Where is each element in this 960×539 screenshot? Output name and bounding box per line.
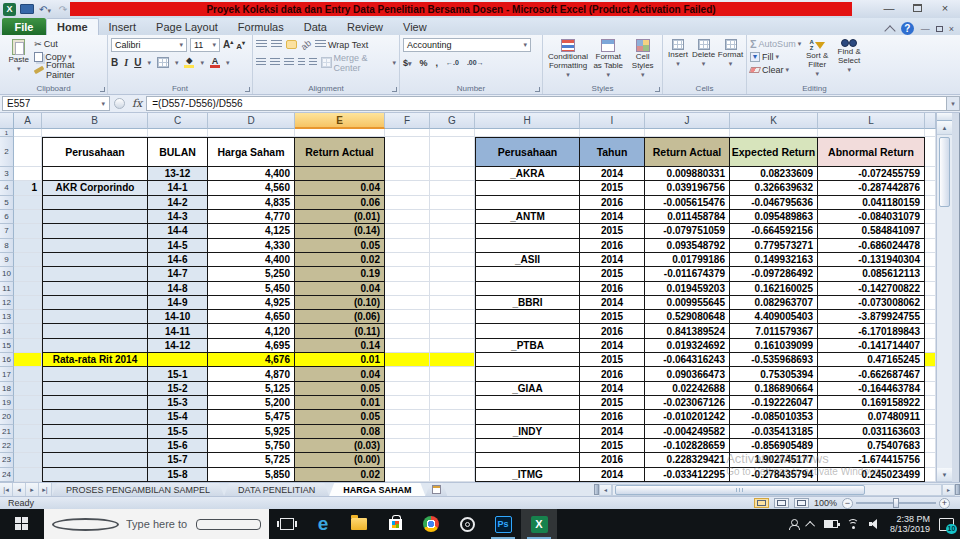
cell-H23[interactable] — [475, 453, 580, 467]
cell-A13[interactable] — [14, 310, 42, 324]
notification-icon[interactable]: 10 — [939, 518, 954, 531]
cell-A3[interactable] — [14, 167, 42, 181]
cell-J16[interactable]: -0.064316243 — [645, 353, 730, 367]
cell-G11[interactable] — [430, 282, 475, 296]
column-header-F[interactable]: F — [385, 113, 430, 129]
cell-A6[interactable] — [14, 210, 42, 224]
cell-C8[interactable]: 14-5 — [148, 239, 208, 253]
cell-M20[interactable] — [925, 410, 936, 424]
cell-L7[interactable]: 0.584841097 — [818, 224, 925, 238]
cell-F6[interactable] — [385, 210, 430, 224]
cell-J6[interactable]: 0.011458784 — [645, 210, 730, 224]
cell-J21[interactable]: -0.004249582 — [645, 425, 730, 439]
cell-H9[interactable]: _ASII — [475, 253, 580, 267]
cell-D18[interactable]: 5,125 — [208, 382, 295, 396]
zoom-in-icon[interactable]: + — [939, 498, 950, 509]
cell-G1[interactable] — [430, 129, 475, 137]
cell-J15[interactable]: 0.019324692 — [645, 339, 730, 353]
tab-home[interactable]: Home — [46, 18, 99, 35]
cell-G18[interactable] — [430, 382, 475, 396]
cell-E6[interactable]: (0.01) — [295, 210, 385, 224]
cell-J3[interactable]: 0.009880331 — [645, 167, 730, 181]
cell-E13[interactable]: (0.06) — [295, 310, 385, 324]
cell-H7[interactable] — [475, 224, 580, 238]
show-hidden-icons-icon[interactable] — [805, 520, 815, 530]
cell-D6[interactable]: 4,770 — [208, 210, 295, 224]
cell-B11[interactable] — [42, 282, 148, 296]
cell-C19[interactable]: 15-3 — [148, 396, 208, 410]
cell-G19[interactable] — [430, 396, 475, 410]
cell-B7[interactable] — [42, 224, 148, 238]
cell-L11[interactable]: -0.142700822 — [818, 282, 925, 296]
tab-insert[interactable]: Insert — [99, 18, 147, 35]
excel-taskbar-button[interactable]: X — [521, 509, 557, 539]
column-header-L[interactable]: L — [818, 113, 925, 129]
sort-filter-button[interactable]: AZ Sort & Filter▾ — [801, 37, 833, 82]
page-layout-view-button[interactable] — [774, 498, 789, 508]
comma-style-icon[interactable]: , — [436, 58, 439, 68]
cell-L19[interactable]: 0.169158922 — [818, 396, 925, 410]
cell-A15[interactable] — [14, 339, 42, 353]
cell-F13[interactable] — [385, 310, 430, 324]
cell-M14[interactable] — [925, 324, 936, 338]
cell-I3[interactable]: 2014 — [580, 167, 645, 181]
workbook-restore-button[interactable] — [936, 26, 943, 32]
cell-M1[interactable] — [925, 129, 936, 137]
cell-K19[interactable]: -0.192226047 — [730, 396, 818, 410]
cell-I7[interactable]: 2015 — [580, 224, 645, 238]
cell-G20[interactable] — [430, 410, 475, 424]
cell-E12[interactable]: (0.10) — [295, 296, 385, 310]
row-header-16[interactable]: 16 — [0, 353, 14, 367]
cell-I4[interactable]: 2015 — [580, 181, 645, 195]
cell-J7[interactable]: -0.079751059 — [645, 224, 730, 238]
row-header-22[interactable]: 22 — [0, 439, 14, 453]
styles-dialog-launcher-icon[interactable] — [655, 87, 660, 92]
cell-J4[interactable]: 0.039196756 — [645, 181, 730, 195]
cell-I19[interactable]: 2015 — [580, 396, 645, 410]
cell-I5[interactable]: 2016 — [580, 196, 645, 210]
cell-F24[interactable] — [385, 468, 430, 482]
column-header-G[interactable]: G — [430, 113, 475, 129]
cell-F20[interactable] — [385, 410, 430, 424]
cell-D16[interactable]: 4,676 — [208, 353, 295, 367]
cell-C4[interactable]: 14-1 — [148, 181, 208, 195]
cell-D10[interactable]: 5,250 — [208, 267, 295, 281]
cell-B3[interactable] — [42, 167, 148, 181]
cell-E11[interactable]: 0.04 — [295, 282, 385, 296]
number-format-select[interactable]: Accounting▾ — [403, 38, 531, 52]
cell-I10[interactable]: 2015 — [580, 267, 645, 281]
font-size-select[interactable]: 11▾ — [190, 38, 220, 52]
cell-K4[interactable]: 0.326639632 — [730, 181, 818, 195]
cell-E5[interactable]: 0.06 — [295, 196, 385, 210]
row-header-19[interactable]: 19 — [0, 396, 14, 410]
cell-F23[interactable] — [385, 453, 430, 467]
cell-L17[interactable]: -0.662687467 — [818, 367, 925, 381]
save-icon[interactable] — [20, 4, 34, 14]
cell-D4[interactable]: 4,560 — [208, 181, 295, 195]
cell-F11[interactable] — [385, 282, 430, 296]
name-box[interactable]: E557▾ — [2, 96, 110, 111]
cell-M15[interactable] — [925, 339, 936, 353]
window-split-handle[interactable] — [955, 484, 960, 495]
percent-style-icon[interactable]: % — [420, 58, 428, 68]
cell-I24[interactable]: 2014 — [580, 468, 645, 482]
accounting-format-icon[interactable]: $▾ — [403, 58, 412, 68]
row-header-11[interactable]: 11 — [0, 282, 14, 296]
font-color-icon[interactable]: A — [210, 57, 220, 68]
cell-E1[interactable] — [295, 129, 385, 137]
cell-C12[interactable]: 14-9 — [148, 296, 208, 310]
cell-H19[interactable] — [475, 396, 580, 410]
wifi-icon[interactable] — [847, 519, 860, 529]
autosum-button[interactable]: Σ AutoSum▾ — [750, 37, 801, 50]
cell-L18[interactable]: -0.164463784 — [818, 382, 925, 396]
merge-center-button[interactable]: Merge & Center▾ — [321, 53, 396, 73]
help-icon[interactable]: ? — [901, 22, 914, 35]
cell-G8[interactable] — [430, 239, 475, 253]
cell-K2[interactable]: Expected Return — [730, 137, 818, 167]
cell-C1[interactable] — [148, 129, 208, 137]
clear-button[interactable]: Clear▾ — [750, 63, 801, 76]
cell-A12[interactable] — [14, 296, 42, 310]
cell-L24[interactable]: 0.245023499 — [818, 468, 925, 482]
insert-function-icon[interactable]: fx — [128, 97, 146, 110]
format-cells-button[interactable]: Format▾ — [717, 37, 744, 82]
